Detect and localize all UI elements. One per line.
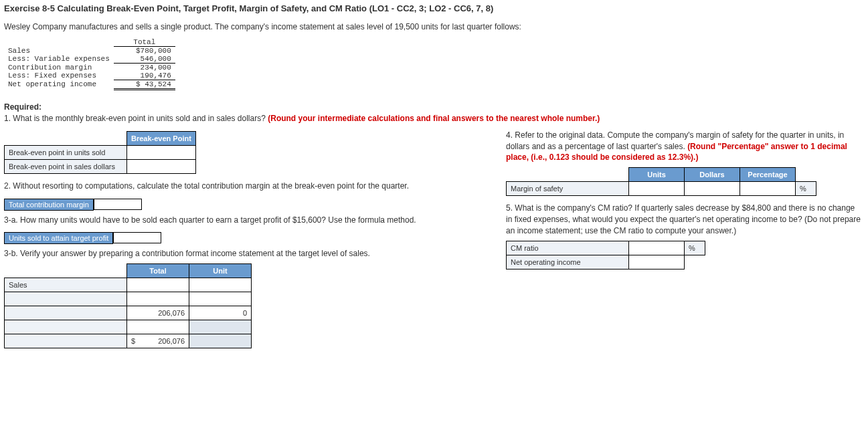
income-row-value: $ 43,524 (114, 80, 175, 89)
q1-row-label: Break-even point in units sold (5, 145, 127, 159)
q3b-cell: 0 (189, 306, 252, 320)
q4-text: 4. Refer to the original data. Compute t… (506, 130, 861, 163)
q3b-table: Total Unit Sales 206,0760 $206,076 (4, 263, 252, 348)
q3b-row-label[interactable] (5, 334, 127, 348)
q5-table: CM ratio % Net operating income (506, 241, 705, 269)
income-header: Total (114, 38, 175, 47)
q3b-cell[interactable] (189, 292, 252, 306)
q5-noi-input[interactable] (629, 255, 685, 269)
q3b-cell[interactable] (189, 278, 252, 292)
q1-instruction: (Round your intermediate calculations an… (268, 114, 600, 123)
q1-header: Break-even Point (127, 131, 196, 145)
q3b-row-label[interactable] (5, 320, 127, 334)
exercise-intro: Wesley Company manufactures and sells a … (4, 21, 864, 33)
q2-input[interactable] (94, 199, 142, 210)
q3a-text: 3-a. How many units would have to be sol… (4, 215, 486, 226)
q3b-cell[interactable] (127, 320, 189, 334)
q3b-header-unit: Unit (189, 264, 252, 278)
q4-header-dollars: Dollars (685, 168, 740, 182)
income-row-label: Less: Fixed expenses (4, 72, 114, 80)
exercise-title: Exercise 8-5 Calculating Break-Even Poin… (4, 3, 864, 15)
q4-pct-input[interactable] (740, 182, 796, 196)
q3b-text: 3-b. Verify your answer by preparing a c… (4, 248, 486, 259)
required-label: Required: (4, 102, 864, 112)
q2-text: 2. Without resorting to computations, ca… (4, 181, 486, 192)
q3b-row-label[interactable] (5, 306, 127, 320)
income-row-label: Sales (4, 46, 114, 55)
q4-header-pct: Percentage (740, 168, 796, 182)
q4-table: Units Dollars Percentage Margin of safet… (506, 167, 816, 196)
q5-row-label: CM ratio (507, 241, 629, 255)
q3b-header-total: Total (127, 264, 189, 278)
q3b-cell (189, 334, 252, 348)
q3b-cell: 206,076 (127, 306, 189, 320)
q3b-row-label[interactable] (5, 292, 127, 306)
q3b-cell[interactable] (127, 292, 189, 306)
q3b-cell: $206,076 (127, 334, 189, 348)
q5-row-label: Net operating income (507, 255, 629, 269)
q1-row-label: Break-even point in sales dollars (5, 159, 127, 173)
q4-header-units: Units (629, 168, 685, 182)
q4-pct-unit: % (796, 182, 816, 196)
q5-text: 5. What is the company's CM ratio? If qu… (506, 203, 861, 236)
income-row-value: 234,000 (114, 63, 175, 72)
q1-dollars-input[interactable] (127, 159, 196, 173)
income-row-label: Net operating income (4, 80, 114, 89)
income-statement-table: Total Sales$780,000 Less: Variable expen… (4, 38, 175, 90)
q1-text: 1. What is the monthly break-even point … (4, 113, 864, 124)
income-row-label: Less: Variable expenses (4, 55, 114, 64)
income-row-value: $780,000 (114, 46, 175, 55)
q5-cmratio-input[interactable] (629, 241, 685, 255)
income-row-value: 546,000 (114, 55, 175, 64)
q3b-row-label[interactable]: Sales (5, 278, 127, 292)
q4-dollars-input[interactable] (685, 182, 740, 196)
q3b-cell (189, 320, 252, 334)
q4-units-input[interactable] (629, 182, 685, 196)
income-row-value: 190,476 (114, 72, 175, 80)
q5-pct-unit: % (685, 241, 705, 255)
q1-prompt: 1. What is the monthly break-even point … (4, 114, 268, 123)
q3a-input[interactable] (113, 232, 161, 243)
q3b-cell[interactable] (127, 278, 189, 292)
income-row-label: Contribution margin (4, 63, 114, 72)
q4-row-label: Margin of safety (507, 182, 629, 196)
q3a-label: Units sold to attain target profit (4, 232, 113, 244)
q2-label: Total contribution margin (4, 199, 94, 211)
q1-answer-table: Break-even Point Break-even point in uni… (4, 131, 196, 174)
q1-units-input[interactable] (127, 145, 196, 159)
